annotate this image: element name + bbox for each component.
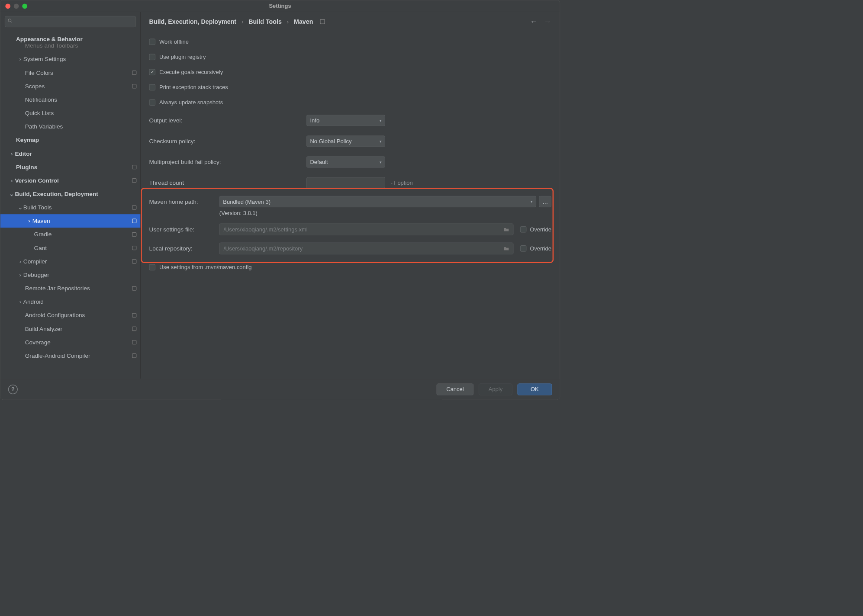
project-badge-icon bbox=[320, 19, 325, 24]
chevron-down-icon: ⌄ bbox=[17, 204, 23, 211]
use-plugin-registry-row[interactable]: Use plugin registry bbox=[149, 50, 551, 64]
checkbox-unchecked-icon[interactable] bbox=[149, 264, 155, 270]
tree-keymap[interactable]: Keymap bbox=[0, 133, 141, 147]
tree-path-variables[interactable]: Path Variables bbox=[0, 120, 141, 133]
always-update-snapshots-row[interactable]: Always update snapshots bbox=[149, 96, 551, 109]
maven-home-select[interactable]: Bundled (Maven 3)▾ bbox=[219, 196, 536, 207]
breadcrumb-item[interactable]: Build, Execution, Deployment bbox=[149, 18, 237, 25]
tree-gant[interactable]: Gant bbox=[0, 241, 141, 254]
tree-gradle-android-compiler[interactable]: Gradle-Android Compiler bbox=[0, 349, 141, 363]
tree-notifications[interactable]: Notifications bbox=[0, 93, 141, 106]
maven-home-label: Maven home path: bbox=[149, 198, 219, 205]
tree-plugins[interactable]: Plugins bbox=[0, 160, 141, 174]
user-settings-file-input[interactable]: /Users/xiaoqiang/.m2/settings.xml bbox=[219, 224, 514, 235]
print-exception-row[interactable]: Print exception stack traces bbox=[149, 80, 551, 94]
chevron-down-icon: ▾ bbox=[380, 139, 382, 143]
settings-sidebar: Appearance & Behavior Menus and Toolbars… bbox=[0, 12, 141, 379]
chevron-right-icon: › bbox=[9, 177, 15, 184]
override-label: Override bbox=[530, 226, 551, 233]
breadcrumb: Build, Execution, Deployment › Build Too… bbox=[149, 17, 551, 26]
checkbox-checked-icon[interactable] bbox=[149, 69, 155, 75]
project-badge-icon bbox=[132, 84, 136, 88]
tree-remote-jar[interactable]: Remote Jar Repositories bbox=[0, 282, 141, 295]
tree-scopes[interactable]: Scopes bbox=[0, 80, 141, 93]
checkbox-label: Always update snapshots bbox=[159, 99, 223, 106]
tree-android-configurations[interactable]: Android Configurations bbox=[0, 308, 141, 322]
use-mvn-config-row[interactable]: Use settings from .mvn/maven.config bbox=[149, 260, 551, 274]
tree-build-analyzer[interactable]: Build Analyzer bbox=[0, 322, 141, 335]
tree-editor[interactable]: ›Editor bbox=[0, 147, 141, 160]
nav-forward-button: → bbox=[544, 17, 551, 26]
project-badge-icon bbox=[132, 246, 136, 250]
settings-search-input[interactable] bbox=[5, 16, 136, 27]
tree-gradle[interactable]: Gradle bbox=[0, 228, 141, 241]
checkbox-unchecked-icon[interactable] bbox=[149, 84, 155, 90]
chevron-right-icon: › bbox=[17, 56, 23, 63]
chevron-down-icon: ▾ bbox=[380, 160, 382, 164]
tree-build-tools[interactable]: ⌄Build Tools bbox=[0, 201, 141, 214]
work-offline-row[interactable]: Work offline bbox=[149, 35, 551, 48]
checkbox-label: Use plugin registry bbox=[159, 54, 206, 60]
settings-content: Build, Execution, Deployment › Build Too… bbox=[141, 12, 560, 379]
override-user-settings-checkbox[interactable] bbox=[520, 226, 526, 232]
maven-home-browse-button[interactable]: … bbox=[539, 196, 551, 207]
project-badge-icon bbox=[132, 232, 136, 237]
project-badge-icon bbox=[132, 259, 136, 263]
tree-build-execution-deployment[interactable]: ⌄Build, Execution, Deployment bbox=[0, 187, 141, 201]
svg-point-0 bbox=[8, 19, 11, 22]
chevron-right-icon: › bbox=[242, 18, 244, 25]
tree-debugger[interactable]: ›Debugger bbox=[0, 268, 141, 282]
output-level-label: Output level: bbox=[149, 117, 306, 124]
ok-button[interactable]: OK bbox=[518, 383, 552, 395]
tree-coverage[interactable]: Coverage bbox=[0, 336, 141, 349]
checkbox-label: Work offline bbox=[159, 38, 189, 45]
local-repository-label: Local repository: bbox=[149, 245, 219, 252]
ellipsis-icon: … bbox=[542, 199, 548, 205]
tree-maven[interactable]: ›Maven bbox=[0, 214, 141, 228]
search-icon bbox=[8, 18, 13, 23]
tree-version-control[interactable]: ›Version Control bbox=[0, 174, 141, 187]
chevron-right-icon: › bbox=[9, 150, 15, 157]
output-level-select[interactable]: Info▾ bbox=[306, 115, 385, 126]
tree-compiler[interactable]: ›Compiler bbox=[0, 255, 141, 268]
override-label: Override bbox=[530, 245, 551, 252]
tree-system-settings[interactable]: ›System Settings bbox=[0, 52, 141, 66]
settings-tree: Appearance & Behavior Menus and Toolbars… bbox=[0, 31, 141, 379]
breadcrumb-item[interactable]: Build Tools bbox=[248, 18, 282, 25]
checkbox-unchecked-icon[interactable] bbox=[149, 99, 155, 106]
checkbox-unchecked-icon[interactable] bbox=[149, 54, 155, 60]
checkbox-unchecked-icon[interactable] bbox=[149, 39, 155, 45]
multiproject-policy-label: Multiproject build fail policy: bbox=[149, 159, 306, 166]
tree-android[interactable]: ›Android bbox=[0, 295, 141, 308]
chevron-down-icon: ⌄ bbox=[9, 191, 15, 198]
local-repository-input[interactable]: /Users/xiaoqiang/.m2/repository bbox=[219, 243, 514, 254]
thread-count-label: Thread count bbox=[149, 180, 306, 186]
nav-back-button[interactable]: ← bbox=[530, 17, 538, 26]
apply-button: Apply bbox=[479, 383, 512, 395]
close-window-icon[interactable] bbox=[5, 3, 10, 9]
chevron-down-icon: ▾ bbox=[531, 199, 533, 204]
thread-count-note: -T option bbox=[391, 180, 413, 186]
project-badge-icon bbox=[132, 286, 136, 290]
multiproject-policy-select[interactable]: Default▾ bbox=[306, 156, 385, 167]
breadcrumb-item: Maven bbox=[294, 18, 313, 25]
tree-quick-lists[interactable]: Quick Lists bbox=[0, 106, 141, 120]
project-badge-icon bbox=[132, 327, 136, 331]
execute-goals-recursively-row[interactable]: Execute goals recursively bbox=[149, 65, 551, 79]
thread-count-input[interactable] bbox=[306, 177, 385, 189]
folder-icon[interactable] bbox=[504, 246, 509, 250]
folder-icon[interactable] bbox=[504, 227, 509, 231]
user-settings-file-label: User settings file: bbox=[149, 226, 219, 233]
help-button[interactable]: ? bbox=[8, 385, 18, 394]
project-badge-icon bbox=[132, 71, 136, 75]
tree-file-colors[interactable]: File Colors bbox=[0, 66, 141, 80]
chevron-right-icon: › bbox=[26, 218, 32, 225]
checksum-policy-label: Checksum policy: bbox=[149, 138, 306, 145]
checksum-policy-select[interactable]: No Global Policy▾ bbox=[306, 135, 385, 147]
minimize-window-icon[interactable] bbox=[14, 3, 19, 9]
project-badge-icon bbox=[132, 340, 136, 344]
override-local-repo-checkbox[interactable] bbox=[520, 245, 526, 251]
cancel-button[interactable]: Cancel bbox=[436, 383, 473, 395]
maximize-window-icon[interactable] bbox=[22, 3, 27, 9]
dialog-button-row: ? Cancel Apply OK bbox=[0, 379, 560, 400]
